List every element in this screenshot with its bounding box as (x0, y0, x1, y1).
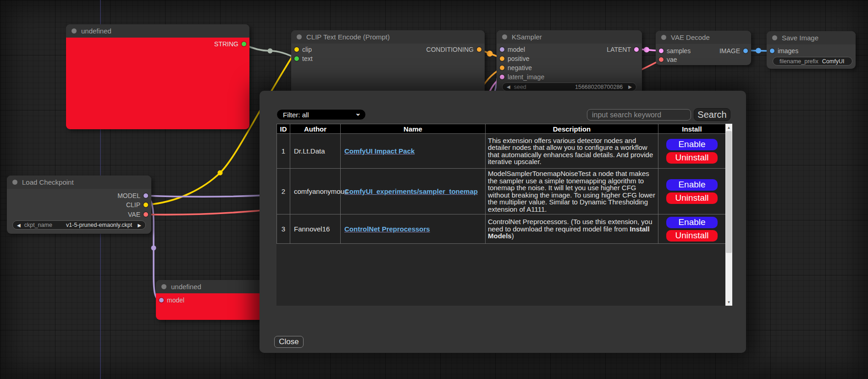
uninstall-button[interactable]: Uninstall (666, 192, 718, 204)
node-title-label: undefined (81, 27, 111, 35)
input-slot-negative[interactable]: negative (500, 63, 532, 72)
extension-row: 2comfyanonymousComfyUI_experiments/sampl… (277, 169, 726, 214)
extension-row: 1Dr.Lt.DataComfyUI Impact PackThis exten… (277, 134, 726, 169)
string-output-port[interactable] (242, 42, 246, 46)
input-slot-images[interactable]: images (770, 46, 798, 55)
extension-name-link[interactable]: ControlNet Preprocessors (344, 225, 430, 233)
node-title-bar[interactable]: KSampler (497, 30, 642, 44)
filter-dropdown[interactable]: Filter: all ⌄ (276, 109, 366, 120)
node-collapse-dot[interactable] (502, 34, 507, 39)
scroll-down-icon[interactable]: ▼ (725, 298, 732, 306)
negative-input-port[interactable] (500, 66, 504, 70)
samples-input-port[interactable] (659, 49, 663, 53)
node-undefined-top[interactable]: undefined STRING (66, 24, 249, 129)
positive-input-port[interactable] (500, 56, 504, 61)
node-title-label: Save Image (782, 34, 818, 42)
node-save-image[interactable]: Save Image images filename_prefix ComfyU… (767, 31, 856, 69)
node-title-label: CLIP Text Encode (Prompt) (306, 33, 390, 41)
prev-option-arrow-icon[interactable]: ◀ (17, 223, 21, 228)
decrement-arrow-icon[interactable]: ◀ (507, 84, 510, 89)
cell-description: ControlNet Preprocessors. (To use this e… (486, 214, 658, 244)
text-input-port[interactable] (294, 56, 299, 61)
node-title-label: Load Checkpoint (22, 178, 74, 186)
enable-button[interactable]: Enable (666, 179, 718, 191)
header-description: Description (486, 124, 658, 134)
image-output-port[interactable] (743, 49, 748, 53)
input-slot-model[interactable]: model (500, 45, 525, 54)
widget-label: filename_prefix (780, 58, 818, 65)
node-title-bar[interactable]: CLIP Text Encode (Prompt) (291, 30, 485, 44)
uninstall-button[interactable]: Uninstall (666, 230, 718, 242)
scroll-up-icon[interactable]: ▲ (725, 124, 732, 131)
widget-value: ComfyUI (822, 58, 845, 65)
node-clip-text-encode[interactable]: CLIP Text Encode (Prompt) clip text COND… (291, 30, 485, 96)
node-title-bar[interactable]: Load Checkpoint (7, 176, 151, 189)
node-title-bar[interactable]: VAE Decode (656, 31, 751, 44)
extension-name-link[interactable]: ComfyUI_experiments/sampler_tonemap (344, 187, 478, 195)
model-output-port[interactable] (144, 193, 148, 198)
node-collapse-dot[interactable] (12, 180, 17, 185)
node-ksampler[interactable]: KSampler model positive negative latent_… (497, 30, 642, 94)
cell-id: 2 (277, 169, 290, 214)
latent-output-port[interactable] (634, 47, 639, 52)
output-slot-model[interactable]: MODEL (117, 191, 148, 200)
uninstall-button[interactable]: Uninstall (666, 152, 718, 164)
node-title-bar[interactable]: Save Image (767, 31, 856, 44)
latent-image-input-port[interactable] (500, 75, 504, 79)
filename-prefix-widget[interactable]: filename_prefix ComfyUI (773, 57, 852, 66)
model-input-port[interactable] (500, 47, 504, 52)
node-collapse-dot[interactable] (72, 28, 77, 33)
extension-table-body: 1Dr.Lt.DataComfyUI Impact PackThis exten… (277, 134, 726, 244)
input-slot-model[interactable]: model (159, 296, 184, 305)
output-slot-clip[interactable]: CLIP (126, 200, 148, 209)
model-input-port[interactable] (159, 298, 164, 302)
input-slot-samples[interactable]: samples (659, 46, 691, 55)
header-author: Author (290, 124, 341, 134)
input-slot-latent-image[interactable]: latent_image (500, 72, 544, 82)
scrollbar-thumb[interactable] (726, 131, 732, 253)
node-title-bar[interactable]: undefined (66, 24, 249, 38)
enable-button[interactable]: Enable (666, 139, 718, 150)
cell-id: 3 (277, 214, 290, 244)
output-slot-latent[interactable]: LATENT (607, 45, 639, 54)
extension-name-link[interactable]: ComfyUI Impact Pack (344, 147, 415, 155)
conditioning-output-port[interactable] (477, 47, 481, 52)
next-option-arrow-icon[interactable]: ▶ (138, 223, 141, 228)
table-scrollbar[interactable]: ▲ ▼ (725, 124, 732, 306)
node-vae-decode[interactable]: VAE Decode samples vae IMAGE (656, 31, 751, 65)
link-dot-string (268, 49, 273, 54)
seed-widget[interactable]: ◀ seed 156680208700286 ▶ (502, 82, 636, 91)
node-load-checkpoint[interactable]: Load Checkpoint MODEL CLIP VAE ◀ ckpt_na… (7, 176, 151, 234)
input-slot-clip[interactable]: clip (294, 45, 312, 54)
output-slot-image[interactable]: IMAGE (719, 46, 748, 55)
table-header-row: ID Author Name Description Install (277, 124, 726, 134)
input-slot-text[interactable]: text (294, 54, 313, 63)
input-slot-vae[interactable]: vae (659, 55, 677, 64)
vae-output-port[interactable] (144, 212, 148, 217)
search-input[interactable] (587, 109, 691, 121)
widget-label: ckpt_name (24, 222, 52, 228)
enable-button[interactable]: Enable (666, 217, 718, 228)
vae-input-port[interactable] (659, 57, 663, 62)
cell-description: This extension offers various detector n… (486, 134, 658, 169)
increment-arrow-icon[interactable]: ▶ (628, 84, 632, 89)
clip-output-port[interactable] (144, 203, 148, 207)
header-name: Name (341, 124, 486, 134)
input-slot-positive[interactable]: positive (500, 54, 529, 63)
node-collapse-dot[interactable] (772, 35, 777, 40)
images-input-port[interactable] (770, 49, 774, 53)
widget-label: seed (514, 84, 526, 90)
extension-table-container: ID Author Name Description Install 1Dr.L… (276, 124, 732, 306)
extension-manager-dialog: Filter: all ⌄ Search ID Author Name Desc… (260, 91, 746, 353)
link-dot-latent (644, 47, 649, 53)
output-slot-vae[interactable]: VAE (128, 210, 148, 219)
close-button[interactable]: Close (274, 336, 304, 348)
output-slot-conditioning[interactable]: CONDITIONING (426, 45, 481, 54)
output-slot-string[interactable]: STRING (214, 39, 246, 49)
clip-input-port[interactable] (294, 47, 299, 52)
ckpt-name-widget[interactable]: ◀ ckpt_name v1-5-pruned-emaonly.ckpt ▶ (12, 220, 146, 230)
node-collapse-dot[interactable] (297, 34, 302, 39)
node-collapse-dot[interactable] (661, 35, 666, 40)
node-collapse-dot[interactable] (161, 284, 166, 289)
search-button[interactable]: Search (694, 108, 730, 121)
